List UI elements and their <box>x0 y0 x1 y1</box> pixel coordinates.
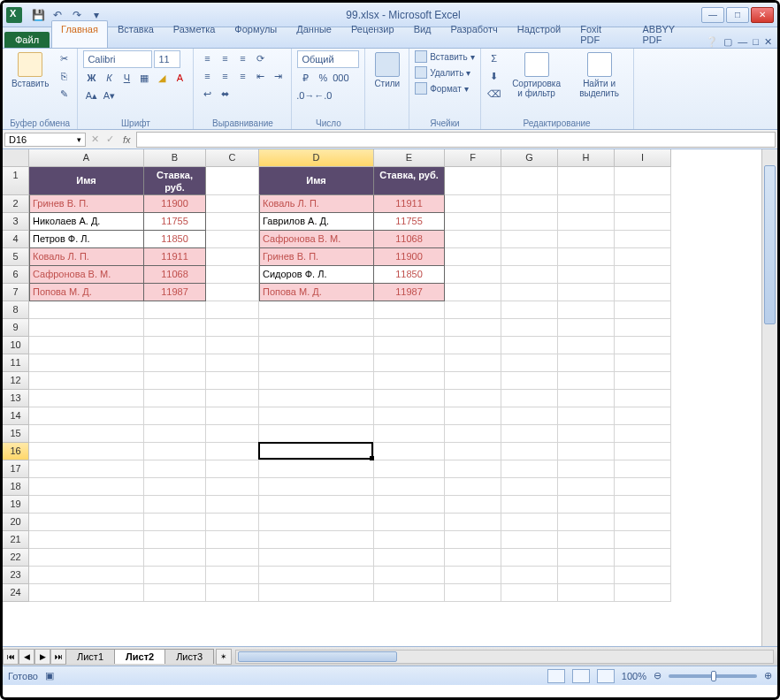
cell-I15[interactable] <box>615 425 671 443</box>
cell-E13[interactable] <box>374 390 445 407</box>
cell-D16[interactable] <box>259 443 374 460</box>
row-header-10[interactable]: 10 <box>3 337 29 354</box>
cell-I21[interactable] <box>615 531 671 549</box>
formula-input[interactable] <box>136 132 776 148</box>
doc-minimize-icon[interactable]: — <box>738 36 747 48</box>
cell-D21[interactable] <box>259 531 374 549</box>
autosum-button[interactable]: Σ <box>486 50 502 66</box>
doc-close-icon[interactable]: ✕ <box>764 36 772 48</box>
cell-C2[interactable] <box>206 195 259 213</box>
cell-F6[interactable] <box>445 266 501 284</box>
cell-I8[interactable] <box>615 301 671 319</box>
cell-E6[interactable]: 11850 <box>374 266 445 284</box>
cell-I1[interactable] <box>615 167 671 195</box>
cell-F18[interactable] <box>445 478 501 496</box>
cell-E17[interactable] <box>374 460 445 478</box>
name-box-dropdown-icon[interactable]: ▾ <box>77 135 81 144</box>
cell-A18[interactable] <box>29 478 144 496</box>
cell-C15[interactable] <box>206 425 259 443</box>
cell-A9[interactable] <box>29 319 144 337</box>
row-header-11[interactable]: 11 <box>3 354 29 372</box>
cell-G10[interactable] <box>501 337 558 354</box>
cell-H17[interactable] <box>558 460 615 478</box>
merge-button[interactable]: ⬌ <box>217 86 233 102</box>
font-name-select[interactable]: Calibri <box>83 50 152 68</box>
cell-D18[interactable] <box>259 478 374 496</box>
row-header-9[interactable]: 9 <box>3 319 29 337</box>
cell-F22[interactable] <box>445 549 501 567</box>
cell-C19[interactable] <box>206 496 259 514</box>
cell-C18[interactable] <box>206 478 259 496</box>
cell-B19[interactable] <box>144 496 206 514</box>
cell-G16[interactable] <box>501 443 558 460</box>
cell-B7[interactable]: 11987 <box>144 284 206 301</box>
cell-G6[interactable] <box>501 266 558 284</box>
cell-D8[interactable] <box>259 301 374 319</box>
ribbon-tab-7[interactable]: Разработч <box>441 20 508 48</box>
cell-H14[interactable] <box>558 407 615 425</box>
cell-E16[interactable] <box>374 443 445 460</box>
cell-E1[interactable]: Ставка, руб. <box>374 167 445 195</box>
cell-D23[interactable] <box>259 567 374 584</box>
cell-I18[interactable] <box>615 478 671 496</box>
horizontal-scrollbar[interactable] <box>235 650 774 664</box>
font-color-button[interactable]: A <box>172 70 187 86</box>
row-header-18[interactable]: 18 <box>3 478 29 496</box>
cell-F3[interactable] <box>445 213 501 231</box>
format-painter-button[interactable]: ✎ <box>56 86 72 102</box>
col-header-I[interactable]: I <box>615 149 671 167</box>
select-all-corner[interactable] <box>3 149 29 167</box>
row-header-5[interactable]: 5 <box>3 248 29 266</box>
cell-I23[interactable] <box>615 567 671 584</box>
cell-A5[interactable]: Коваль Л. П. <box>29 248 144 266</box>
cell-I17[interactable] <box>615 460 671 478</box>
indent-dec-button[interactable]: ⇤ <box>252 68 268 84</box>
ribbon-tab-8[interactable]: Надстрой <box>508 20 570 48</box>
comma-button[interactable]: 000 <box>333 70 348 86</box>
cell-I10[interactable] <box>615 337 671 354</box>
cell-F19[interactable] <box>445 496 501 514</box>
sheet-nav-first[interactable]: ⏮ <box>3 649 19 665</box>
cell-C11[interactable] <box>206 354 259 372</box>
row-header-17[interactable]: 17 <box>3 460 29 478</box>
cell-I13[interactable] <box>615 390 671 407</box>
cell-G20[interactable] <box>501 514 558 531</box>
ribbon-minimize-icon[interactable]: ▢ <box>723 36 732 48</box>
cell-B16[interactable] <box>144 443 206 460</box>
percent-button[interactable]: % <box>315 70 331 86</box>
vertical-scrollbar[interactable] <box>761 149 777 646</box>
cell-H5[interactable] <box>558 248 615 266</box>
view-pagebreak-button[interactable] <box>597 669 615 683</box>
row-header-6[interactable]: 6 <box>3 266 29 284</box>
cell-B6[interactable]: 11068 <box>144 266 206 284</box>
cell-H7[interactable] <box>558 284 615 301</box>
view-normal-button[interactable] <box>547 669 565 683</box>
cells-area[interactable]: ИмяСтавка, руб.ИмяСтавка, руб.Гринев В. … <box>29 167 671 602</box>
help-icon[interactable]: ❔ <box>706 36 718 48</box>
cell-H22[interactable] <box>558 549 615 567</box>
cell-F4[interactable] <box>445 231 501 248</box>
cell-A14[interactable] <box>29 407 144 425</box>
sheet-nav-last[interactable]: ⏭ <box>50 649 66 665</box>
cell-A6[interactable]: Сафронова В. М. <box>29 266 144 284</box>
cell-D15[interactable] <box>259 425 374 443</box>
cell-A16[interactable] <box>29 443 144 460</box>
cell-C13[interactable] <box>206 390 259 407</box>
cell-C3[interactable] <box>206 213 259 231</box>
align-left-button[interactable]: ≡ <box>199 68 215 84</box>
cell-F13[interactable] <box>445 390 501 407</box>
cell-H9[interactable] <box>558 319 615 337</box>
cell-G23[interactable] <box>501 567 558 584</box>
doc-restore-icon[interactable]: □ <box>753 36 759 48</box>
cell-G12[interactable] <box>501 372 558 390</box>
cell-H23[interactable] <box>558 567 615 584</box>
number-format-select[interactable]: Общий <box>297 50 359 68</box>
cell-D17[interactable] <box>259 460 374 478</box>
cell-E4[interactable]: 11068 <box>374 231 445 248</box>
cell-C9[interactable] <box>206 319 259 337</box>
cell-H8[interactable] <box>558 301 615 319</box>
cell-H4[interactable] <box>558 231 615 248</box>
cell-D22[interactable] <box>259 549 374 567</box>
row-header-1[interactable]: 1 <box>3 167 29 195</box>
cell-D6[interactable]: Сидоров Ф. Л. <box>259 266 374 284</box>
